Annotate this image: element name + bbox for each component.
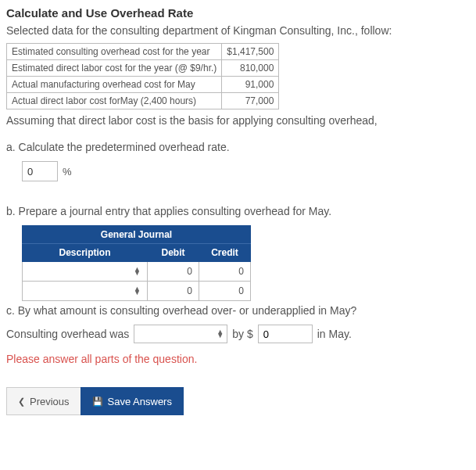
col-header-debit: Debit (148, 244, 199, 262)
page-title: Calculate and Use Overhead Rate (6, 6, 470, 20)
by-dollar-text: by $ (232, 328, 252, 340)
part-a-label: a. Calculate the predetermined overhead … (6, 141, 470, 153)
description-select[interactable]: ▲▼ (26, 264, 144, 279)
description-select[interactable]: ▲▼ (26, 283, 144, 299)
data-table: Estimated consulting overhead cost for t… (6, 43, 279, 109)
journal-row: ▲▼ 0 0 (23, 282, 251, 301)
data-label: Estimated consulting overhead cost for t… (7, 44, 222, 60)
assumption-text: Assuming that direct labor cost is the b… (6, 114, 470, 127)
previous-button[interactable]: ❮ Previous (6, 387, 81, 415)
data-value: 77,000 (222, 93, 279, 109)
chevron-left-icon: ❮ (18, 396, 25, 407)
data-value: 91,000 (222, 77, 279, 93)
part-b-label: b. Prepare a journal entry that applies … (6, 205, 470, 217)
data-label: Actual manufacturing overhead cost for M… (7, 77, 222, 93)
col-header-credit: Credit (199, 244, 251, 262)
table-row: Actual direct labor cost forMay (2,400 h… (7, 93, 279, 109)
error-message: Please answer all parts of the question. (6, 353, 470, 365)
save-answers-button[interactable]: 💾 Save Answers (81, 387, 184, 415)
data-value: $1,417,500 (222, 44, 279, 60)
data-label: Actual direct labor cost forMay (2,400 h… (7, 93, 222, 109)
data-label: Estimated direct labor cost for the year… (7, 60, 222, 77)
part-c-label: c. By what amount is consulting overhead… (6, 304, 470, 317)
debit-cell[interactable]: 0 (148, 282, 199, 301)
over-under-select[interactable]: ▲▼ (134, 325, 227, 343)
overhead-rate-input[interactable] (22, 161, 58, 181)
journal-title: General Journal (23, 226, 251, 244)
table-row: Estimated consulting overhead cost for t… (7, 44, 279, 60)
part-c-suffix: in May. (317, 328, 352, 340)
save-label: Save Answers (108, 396, 172, 407)
data-value: 810,000 (222, 60, 279, 77)
percent-unit: % (63, 166, 72, 178)
debit-cell[interactable]: 0 (148, 262, 199, 282)
table-row: Estimated direct labor cost for the year… (7, 60, 279, 77)
part-c-prefix: Consulting overhead was (6, 328, 129, 340)
table-row: Actual manufacturing overhead cost for M… (7, 77, 279, 93)
previous-label: Previous (30, 396, 70, 407)
journal-row: ▲▼ 0 0 (23, 262, 251, 282)
col-header-description: Description (23, 244, 148, 262)
journal-table: General Journal Description Debit Credit… (22, 225, 251, 301)
updown-icon: ▲▼ (134, 267, 141, 275)
save-icon: 💾 (92, 396, 103, 407)
credit-cell[interactable]: 0 (199, 282, 251, 301)
updown-icon: ▲▼ (134, 287, 141, 295)
credit-cell[interactable]: 0 (199, 262, 251, 282)
amount-input[interactable] (258, 325, 313, 343)
intro-text: Selected data for the consulting departm… (6, 24, 470, 37)
updown-icon: ▲▼ (217, 330, 224, 338)
